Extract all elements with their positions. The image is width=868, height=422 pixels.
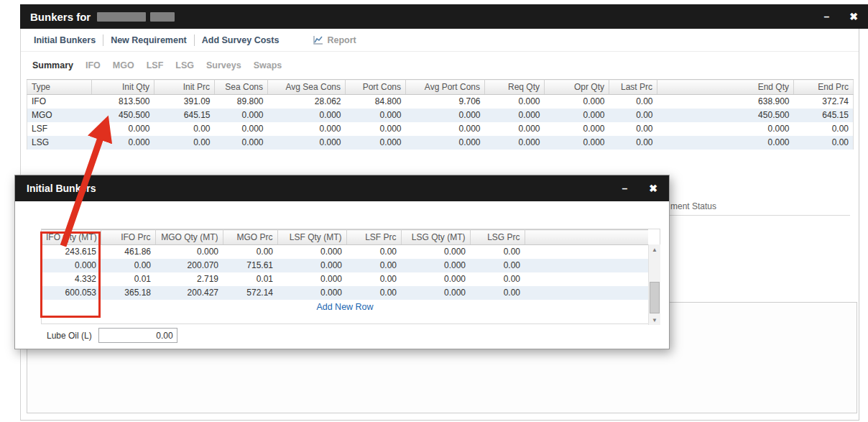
grid-scrollbar[interactable]: ▲ ▼ <box>648 244 660 325</box>
table-cell[interactable]: 0.000 <box>485 136 545 150</box>
table-cell[interactable]: 0.00 <box>470 259 525 272</box>
table-cell[interactable]: 0.00 <box>609 122 657 136</box>
table-row[interactable]: 600.053365.18200.427572.140.0000.000.000… <box>42 286 648 300</box>
table-cell[interactable]: 2.719 <box>155 272 223 286</box>
table-cell[interactable]: 0.00 <box>609 95 657 109</box>
table-cell[interactable]: 0.000 <box>277 245 346 259</box>
table-cell[interactable]: 0.000 <box>268 136 346 150</box>
table-row[interactable]: LSG0.0000.000.0000.0000.0000.0000.0000.0… <box>27 136 854 150</box>
minimize-icon[interactable]: – <box>823 12 829 22</box>
table-cell[interactable]: 0.00 <box>794 122 854 136</box>
add-new-row-link[interactable]: Add New Row <box>42 300 648 315</box>
scrollbar-thumb[interactable] <box>650 282 660 313</box>
table-cell[interactable]: 0.00 <box>609 109 657 122</box>
table-cell[interactable]: 365.18 <box>101 286 155 300</box>
table-row[interactable]: IFO813.500391.0989.80028.06284.8009.7060… <box>27 95 854 109</box>
table-cell[interactable]: 0.000 <box>42 259 101 272</box>
add-survey-costs-button[interactable]: Add Survey Costs <box>195 35 287 45</box>
table-cell[interactable]: 0.000 <box>215 109 268 122</box>
table-cell[interactable]: 0.000 <box>215 136 268 150</box>
table-cell[interactable]: 461.86 <box>101 245 155 259</box>
table-cell[interactable]: 0.000 <box>215 122 268 136</box>
column-header-lsf-prc[interactable]: LSF Prc <box>346 230 401 245</box>
table-row[interactable]: 4.3320.012.7190.010.0000.000.0000.00 <box>42 272 648 286</box>
table-cell[interactable]: 0.00 <box>154 122 215 136</box>
column-header-req-qty[interactable]: Req Qty <box>485 80 545 95</box>
column-header-init-qty[interactable]: Init Qty <box>92 80 154 95</box>
report-button[interactable]: Report <box>313 35 356 45</box>
table-cell[interactable]: 0.000 <box>545 95 609 109</box>
dialog-titlebar[interactable]: Initial Bunkers – ✖ <box>15 175 669 201</box>
tab-ifo[interactable]: IFO <box>86 60 101 70</box>
table-cell[interactable]: 0.000 <box>401 272 470 286</box>
column-header-ifo-qty-mt[interactable]: IFO Qty (MT) <box>42 230 101 245</box>
table-cell[interactable]: 0.00 <box>346 286 401 300</box>
table-cell[interactable]: 645.15 <box>794 109 854 122</box>
table-cell[interactable]: 0.000 <box>155 245 223 259</box>
table-cell[interactable]: 0.000 <box>346 122 406 136</box>
table-cell[interactable]: 0.000 <box>401 259 470 272</box>
table-cell[interactable]: 0.00 <box>470 245 525 259</box>
table-cell[interactable]: 0.000 <box>406 109 485 122</box>
column-header-lsg-prc[interactable]: LSG Prc <box>470 230 525 245</box>
tab-mgo[interactable]: MGO <box>113 60 134 70</box>
table-cell[interactable]: 391.09 <box>154 95 215 109</box>
column-header-last-prc[interactable]: Last Prc <box>609 80 657 95</box>
table-cell[interactable]: 0.000 <box>346 109 406 122</box>
table-cell[interactable]: 0.00 <box>346 245 401 259</box>
table-cell[interactable]: 0.00 <box>470 286 525 300</box>
table-cell[interactable]: 0.000 <box>657 136 794 150</box>
close-icon[interactable]: ✖ <box>849 12 858 22</box>
table-cell[interactable]: 572.14 <box>223 286 277 300</box>
table-cell[interactable]: 0.000 <box>406 122 485 136</box>
table-cell[interactable]: 450.500 <box>92 109 154 122</box>
table-cell[interactable]: 89.800 <box>215 95 268 109</box>
table-cell[interactable]: 638.900 <box>657 95 794 109</box>
table-cell[interactable]: 0.000 <box>545 136 609 150</box>
table-cell[interactable]: 0.01 <box>101 272 155 286</box>
table-cell[interactable]: 600.053 <box>42 286 101 300</box>
table-cell[interactable]: 200.427 <box>155 286 223 300</box>
column-header-lsg-qty-mt[interactable]: LSG Qty (MT) <box>401 230 470 245</box>
table-row[interactable]: 243.615461.860.0000.000.0000.000.0000.00 <box>42 245 648 259</box>
tab-swaps[interactable]: Swaps <box>254 60 282 70</box>
column-header-mgo-prc[interactable]: MGO Prc <box>223 230 277 245</box>
table-cell[interactable]: 0.000 <box>277 286 346 300</box>
table-cell[interactable]: 0.000 <box>92 136 154 150</box>
table-cell[interactable]: 0.00 <box>154 136 215 150</box>
column-header-lsf-qty-mt[interactable]: LSF Qty (MT) <box>277 230 346 245</box>
table-cell[interactable]: 0.01 <box>223 272 277 286</box>
table-row[interactable]: MGO450.500645.150.0000.0000.0000.0000.00… <box>27 109 854 122</box>
table-cell[interactable]: 0.000 <box>277 259 346 272</box>
table-cell[interactable]: LSG <box>27 136 92 150</box>
table-cell[interactable]: 84.800 <box>346 95 406 109</box>
table-row[interactable]: LSF0.0000.000.0000.0000.0000.0000.0000.0… <box>27 122 854 136</box>
table-cell[interactable]: 0.000 <box>485 109 545 122</box>
table-cell[interactable]: 0.000 <box>545 109 609 122</box>
table-cell[interactable]: 645.15 <box>154 109 215 122</box>
table-cell[interactable]: 450.500 <box>657 109 794 122</box>
tab-lsf[interactable]: LSF <box>147 60 164 70</box>
table-cell[interactable]: 200.070 <box>155 259 223 272</box>
table-cell[interactable]: 0.000 <box>545 122 609 136</box>
scroll-down-icon[interactable]: ▼ <box>649 315 660 325</box>
table-cell[interactable]: 0.000 <box>485 95 545 109</box>
table-cell[interactable]: 9.706 <box>406 95 485 109</box>
dialog-close-icon[interactable]: ✖ <box>649 183 657 193</box>
table-cell[interactable]: 0.00 <box>101 259 155 272</box>
table-cell[interactable]: MGO <box>27 109 92 122</box>
table-cell[interactable]: 0.000 <box>401 286 470 300</box>
table-cell[interactable]: 0.00 <box>470 272 525 286</box>
table-cell[interactable]: 0.000 <box>406 136 485 150</box>
scroll-up-icon[interactable]: ▲ <box>649 244 660 254</box>
table-cell[interactable]: 0.000 <box>657 122 794 136</box>
dialog-minimize-icon[interactable]: – <box>622 183 627 193</box>
column-header-avg-port-cons[interactable]: Avg Port Cons <box>406 80 485 95</box>
lube-oil-input[interactable] <box>98 328 177 343</box>
table-cell[interactable]: 0.00 <box>346 259 401 272</box>
column-header-type[interactable]: Type <box>27 80 92 95</box>
table-cell[interactable]: 0.000 <box>92 122 154 136</box>
column-header-opr-qty[interactable]: Opr Qty <box>545 80 609 95</box>
tab-surveys[interactable]: Surveys <box>206 60 241 70</box>
table-cell[interactable]: 0.000 <box>268 122 346 136</box>
